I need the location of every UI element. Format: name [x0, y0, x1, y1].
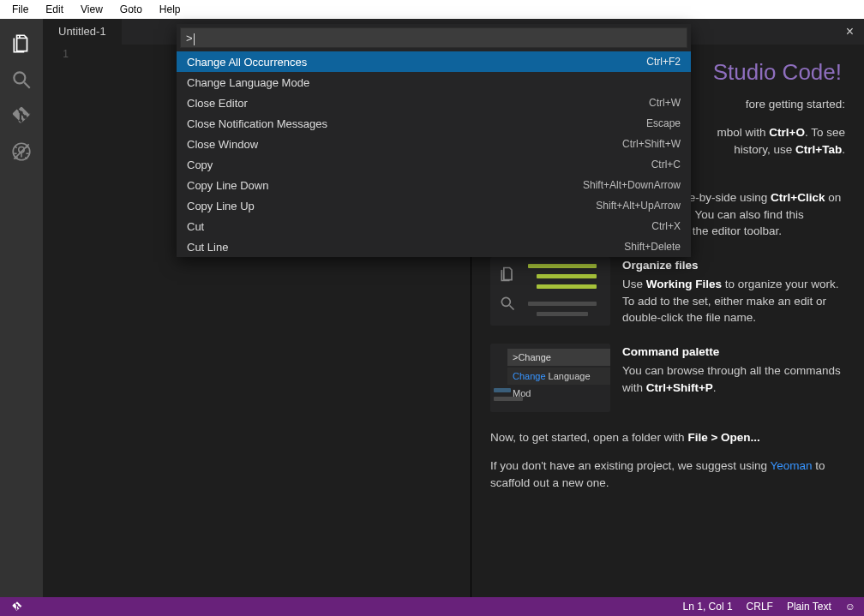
welcome-tip-palette: >Change Change Language Mod Command pale… — [490, 344, 845, 412]
svg-point-5 — [501, 297, 510, 306]
palette-item[interactable]: CopyCtrl+C — [177, 154, 691, 175]
palette-item[interactable]: Copy Line UpShift+Alt+UpArrow — [177, 195, 691, 216]
svg-line-6 — [510, 305, 514, 309]
palette-item[interactable]: CutCtrl+X — [177, 216, 691, 236]
git-icon — [11, 601, 23, 613]
menu-view[interactable]: View — [72, 2, 111, 17]
activity-search[interactable] — [0, 62, 43, 98]
line-number-1: 1 — [43, 48, 84, 60]
status-git-icon[interactable] — [9, 598, 26, 615]
palette-item[interactable]: Change All OccurrencesCtrl+F2 — [177, 51, 691, 72]
status-lncol[interactable]: Ln 1, Col 1 — [683, 601, 733, 613]
status-feedback-icon[interactable]: ☺ — [845, 601, 855, 613]
menu-edit[interactable]: Edit — [37, 2, 72, 17]
palette-item[interactable]: Copy Line DownShift+Alt+DownArrow — [177, 175, 691, 195]
thumb-palette: >Change Change Language Mod — [490, 344, 610, 412]
palette-item[interactable]: Cut LineShift+Delete — [177, 236, 691, 257]
search-icon — [499, 295, 516, 317]
status-eol[interactable]: CRLF — [747, 601, 773, 613]
activity-bar — [0, 19, 43, 597]
activity-git[interactable] — [0, 98, 43, 134]
activity-explorer[interactable] — [0, 26, 43, 62]
command-palette: > Change All OccurrencesCtrl+F2 Change L… — [177, 24, 691, 257]
welcome-outro-2: If you don't have an existing project, w… — [490, 458, 845, 491]
close-editor-button[interactable]: × — [846, 24, 854, 39]
status-language[interactable]: Plain Text — [787, 601, 831, 613]
palette-item[interactable]: Close WindowCtrl+Shift+W — [177, 134, 691, 154]
thumb-organize — [490, 257, 610, 326]
files-icon — [499, 266, 516, 288]
files-icon — [10, 33, 33, 55]
palette-item[interactable]: Close Notification MessagesEscape — [177, 113, 691, 134]
menubar: File Edit View Goto Help — [0, 0, 864, 19]
menu-help[interactable]: Help — [151, 2, 189, 17]
git-icon — [10, 105, 33, 127]
command-palette-input[interactable]: > — [180, 27, 687, 48]
svg-line-1 — [24, 82, 30, 88]
activity-debug[interactable] — [0, 134, 43, 170]
command-palette-list: Change All OccurrencesCtrl+F2 Change Lan… — [177, 51, 691, 257]
menu-file[interactable]: File — [3, 2, 37, 17]
search-icon — [10, 69, 33, 91]
palette-item[interactable]: Change Language Mode — [177, 72, 691, 93]
welcome-outro-1: Now, to get started, open a folder with … — [490, 429, 845, 446]
menu-goto[interactable]: Goto — [111, 2, 151, 17]
welcome-tip-organize: Organize files Use Working Files to orga… — [490, 257, 845, 326]
palette-item[interactable]: Close EditorCtrl+W — [177, 93, 691, 113]
status-bar: Ln 1, Col 1 CRLF Plain Text ☺ — [0, 597, 864, 616]
svg-point-0 — [14, 72, 25, 83]
bug-icon — [10, 141, 33, 163]
yeoman-link[interactable]: Yeoman — [771, 459, 813, 472]
tab-untitled-1[interactable]: Untitled-1 — [43, 19, 122, 45]
